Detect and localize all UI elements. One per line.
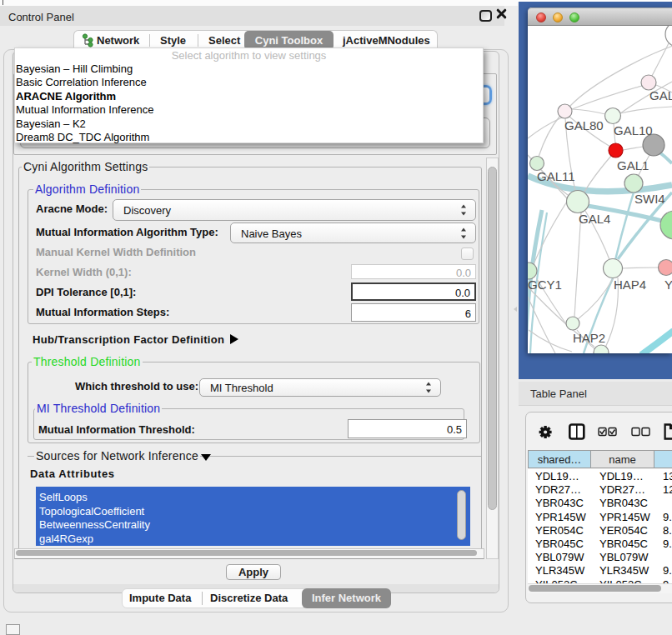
svg-text:Y: Y bbox=[664, 278, 672, 292]
svg-text:HAP2: HAP2 bbox=[573, 331, 605, 345]
svg-text:GAL1: GAL1 bbox=[617, 158, 649, 172]
svg-text:GAL4: GAL4 bbox=[579, 212, 610, 226]
svg-text:GAL7: GAL7 bbox=[649, 88, 672, 102]
svg-text:GAL80: GAL80 bbox=[564, 118, 604, 132]
svg-text:HAP4: HAP4 bbox=[614, 278, 646, 292]
svg-text:GCY1: GCY1 bbox=[528, 278, 562, 292]
svg-text:SWI4: SWI4 bbox=[634, 192, 665, 206]
svg-text:GAL11: GAL11 bbox=[537, 169, 575, 183]
svg-text:GAL10: GAL10 bbox=[614, 123, 653, 138]
